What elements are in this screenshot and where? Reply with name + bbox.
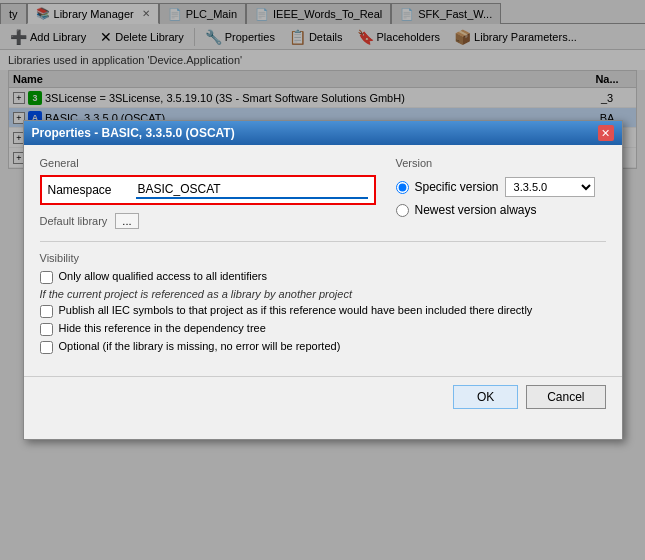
general-section: General Namespace Default library ... xyxy=(40,157,376,229)
optional-label: Optional (if the library is missing, no … xyxy=(59,340,341,352)
visibility-label: Visibility xyxy=(40,252,606,264)
namespace-row: Namespace xyxy=(40,175,376,205)
checkbox-publish-row: Publish all IEC symbols to that project … xyxy=(40,304,606,318)
dialog-titlebar: Properties - BASIC, 3.3.5.0 (OSCAT) ✕ xyxy=(24,121,622,145)
info-text: If the current project is referenced as … xyxy=(40,288,606,300)
visibility-section: Visibility Only allow qualified access t… xyxy=(40,241,606,354)
dialog-body: General Namespace Default library ... xyxy=(24,145,622,376)
checkbox-qualified-row: Only allow qualified access to all ident… xyxy=(40,270,606,284)
default-library-label: Default library xyxy=(40,215,108,227)
checkbox-optional-row: Optional (if the library is missing, no … xyxy=(40,340,606,354)
version-select[interactable]: 3.3.5.0 xyxy=(505,177,595,197)
checkbox-hide-row: Hide this reference in the dependency tr… xyxy=(40,322,606,336)
default-library-button[interactable]: ... xyxy=(115,213,138,229)
specific-version-radio[interactable] xyxy=(396,181,409,194)
newest-version-label: Newest version always xyxy=(415,203,537,217)
dialog-buttons: OK Cancel xyxy=(24,376,622,417)
modal-overlay: Properties - BASIC, 3.3.5.0 (OSCAT) ✕ Ge… xyxy=(0,0,645,560)
ok-button[interactable]: OK xyxy=(453,385,518,409)
dialog-title: Properties - BASIC, 3.3.5.0 (OSCAT) xyxy=(32,126,235,140)
dialog-close-button[interactable]: ✕ xyxy=(598,125,614,141)
newest-version-radio[interactable] xyxy=(396,204,409,217)
namespace-label: Namespace xyxy=(48,183,128,197)
hide-checkbox[interactable] xyxy=(40,323,53,336)
general-label: General xyxy=(40,157,376,169)
namespace-input[interactable] xyxy=(136,181,368,199)
hide-label: Hide this reference in the dependency tr… xyxy=(59,322,266,334)
version-label: Version xyxy=(396,157,606,169)
specific-version-label: Specific version xyxy=(415,180,499,194)
default-library-row: Default library ... xyxy=(40,213,376,229)
app-container: ty 📚 Library Manager ✕ 📄 PLC_Main 📄 IEEE… xyxy=(0,0,645,560)
dialog-main-row: General Namespace Default library ... xyxy=(40,157,606,229)
version-section: Version Specific version 3.3.5.0 Newest … xyxy=(396,157,606,229)
publish-label: Publish all IEC symbols to that project … xyxy=(59,304,533,316)
properties-dialog: Properties - BASIC, 3.3.5.0 (OSCAT) ✕ Ge… xyxy=(23,120,623,440)
optional-checkbox[interactable] xyxy=(40,341,53,354)
qualified-checkbox[interactable] xyxy=(40,271,53,284)
specific-version-row: Specific version 3.3.5.0 xyxy=(396,177,606,197)
cancel-button[interactable]: Cancel xyxy=(526,385,605,409)
publish-checkbox[interactable] xyxy=(40,305,53,318)
newest-version-row: Newest version always xyxy=(396,203,606,217)
qualified-label: Only allow qualified access to all ident… xyxy=(59,270,268,282)
